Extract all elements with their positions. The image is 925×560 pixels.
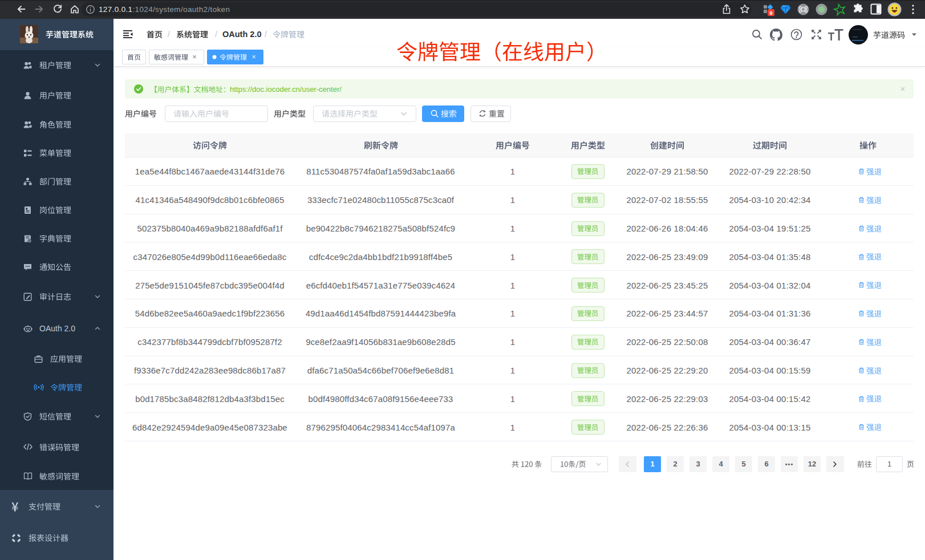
svg-text:9: 9 [769, 10, 772, 16]
